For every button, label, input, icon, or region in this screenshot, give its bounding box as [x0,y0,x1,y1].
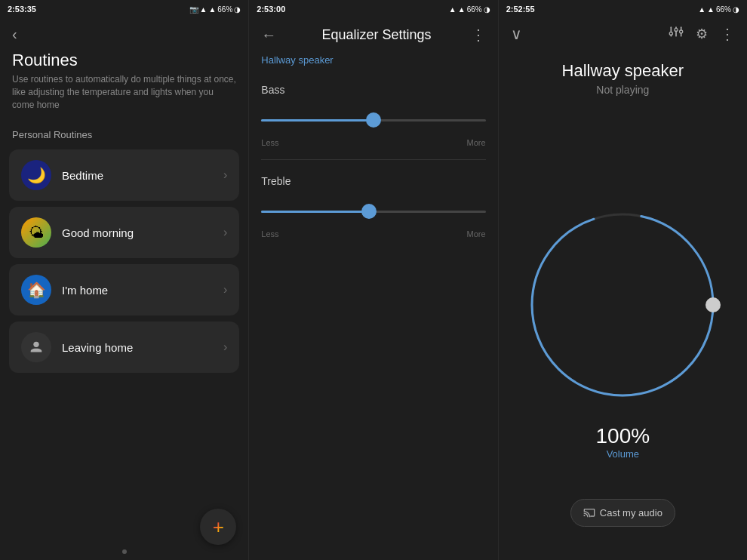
more-menu-button-speaker[interactable]: ⋮ [720,25,735,43]
section-label: Personal Routines [0,123,248,146]
page-title: Routines [0,51,248,70]
treble-thumb[interactable] [361,204,377,219]
chevron-right-icon: › [223,283,227,297]
routine-name-home: I'm home [62,284,223,297]
chevron-right-icon: › [223,168,227,182]
bass-slider[interactable] [261,105,485,135]
routine-item-bedtime[interactable]: 🌙 Bedtime › [9,149,239,201]
status-icons-3: ▲ ▲ 66% ◑ [698,5,739,14]
equalizer-title: Equalizer Settings [282,27,470,43]
instagram-icon: 📷 [189,5,198,14]
bass-label: Bass [261,84,485,96]
routine-name-morning: Good morning [62,226,223,239]
signal-icon: ▲ [208,5,216,14]
status-bar-3: 2:52:55 ▲ ▲ 66% ◑ [499,0,747,18]
wifi-icon-3: ▲ [698,5,706,14]
svg-point-11 [532,214,713,395]
bass-labels: Less More [261,138,485,147]
status-bar-1: 2:53:35 📷 ▲ ▲ 66% ◑ [0,0,248,18]
device-link[interactable]: Hallway speaker [249,51,497,75]
cast-icon [583,506,595,520]
speaker-header: ∨ ⚙ ⋮ [499,18,747,49]
panel1-header: ‹ [0,18,248,48]
volume-thumb [706,297,721,312]
collapse-button[interactable]: ∨ [511,25,522,43]
bass-more-label: More [467,138,486,147]
morning-icon: 🌤 [21,217,51,248]
bass-less-label: Less [261,138,278,147]
bass-fill [261,119,374,122]
svg-point-0 [33,342,38,347]
equalizer-settings-icon[interactable] [669,24,684,43]
more-menu-button[interactable]: ⋮ [471,26,486,44]
back-button[interactable]: ‹ [12,26,17,43]
treble-less-label: Less [261,229,278,238]
add-icon: + [213,515,224,539]
status-time-2: 2:53:00 [257,5,285,14]
routine-item-leaving[interactable]: Leaving home › [9,322,239,373]
settings-icon[interactable]: ⚙ [696,26,708,42]
volume-percentage: 100% [596,424,650,448]
back-button-eq[interactable]: ← [261,26,276,44]
bedtime-icon: 🌙 [21,160,51,190]
battery-1: 66% [217,5,232,14]
leaving-icon [21,332,51,362]
battery-3: 66% [716,5,731,14]
volume-display: 100% Volume [596,424,650,460]
battery-ring-icon-2: ◑ [484,5,490,14]
signal-icon-3: ▲ [707,5,715,14]
volume-control[interactable]: 100% Volume [499,111,747,499]
add-routine-button[interactable]: + [200,509,236,545]
treble-more-label: More [467,229,486,238]
cast-label: Cast my audio [600,507,662,518]
treble-labels: Less More [261,229,485,238]
playback-status: Not playing [499,84,747,96]
treble-label: Treble [261,175,485,187]
bass-section: Bass Less More [249,75,497,153]
wifi-icon-2: ▲ [449,5,456,14]
equalizer-panel: 2:53:00 ▲ ▲ 66% ◑ ← Equalizer Settings ⋮… [249,0,498,560]
status-icons-2: ▲ ▲ 66% ◑ [449,5,490,14]
wifi-icon: ▲ [200,5,208,14]
home-icon: 🏠 [21,275,51,305]
status-time-3: 2:52:55 [506,5,535,14]
cast-section: Cast my audio [499,499,747,542]
routine-item-good-morning[interactable]: 🌤 Good morning › [9,207,239,258]
treble-track [261,211,485,213]
page-subtitle: Use routines to automatically do multipl… [0,70,248,123]
speaker-name: Hallway speaker [499,49,747,84]
routine-name-bedtime: Bedtime [62,169,223,182]
status-icons-1: 📷 ▲ ▲ 66% ◑ [189,5,241,14]
routine-name-leaving: Leaving home [62,341,223,354]
battery-ring-icon: ◑ [234,5,241,14]
bass-track [261,119,485,122]
home-indicator [122,549,127,554]
eq-divider [261,159,485,160]
routines-panel: 2:53:35 📷 ▲ ▲ 66% ◑ ‹ Routines Use routi… [0,0,249,560]
speaker-header-icons: ⚙ ⋮ [669,24,735,43]
volume-ring[interactable] [517,199,728,411]
treble-section: Treble Less More [249,166,497,245]
volume-label: Volume [596,448,650,460]
speaker-panel: 2:52:55 ▲ ▲ 66% ◑ ∨ [499,0,747,560]
status-bar-2: 2:53:00 ▲ ▲ 66% ◑ [249,0,497,18]
battery-2: 66% [467,5,482,14]
treble-slider[interactable] [261,196,485,226]
chevron-right-icon: › [223,226,227,239]
status-time-1: 2:53:35 [8,5,36,14]
bass-thumb[interactable] [366,112,381,128]
treble-fill [261,211,369,213]
signal-icon-2: ▲ [458,5,466,14]
battery-ring-icon-3: ◑ [733,5,739,14]
equalizer-header: ← Equalizer Settings ⋮ [249,18,497,51]
routine-item-im-home[interactable]: 🏠 I'm home › [9,264,239,315]
routine-list: 🌙 Bedtime › 🌤 Good morning › 🏠 I'm home … [0,146,248,376]
cast-audio-button[interactable]: Cast my audio [570,499,675,527]
chevron-right-icon: › [223,340,227,354]
